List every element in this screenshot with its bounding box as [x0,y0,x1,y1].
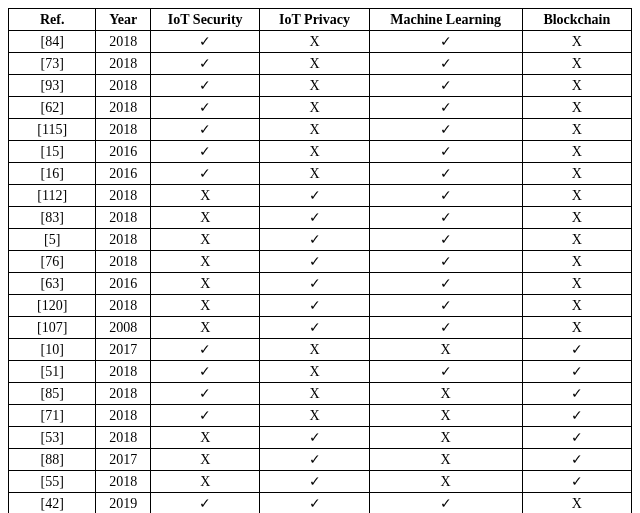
cell-year: 2018 [96,185,151,207]
cell-priv: X [260,97,369,119]
cell-ref: [73] [9,53,96,75]
cell-ref: [51] [9,361,96,383]
table-row: [71]2018✓XX✓ [9,405,632,427]
table-row: [15]2016✓X✓X [9,141,632,163]
comparison-table: Ref. Year IoT Security IoT Privacy Machi… [8,8,632,513]
cell-ref: [63] [9,273,96,295]
cell-sec: X [151,471,260,493]
cell-priv: ✓ [260,493,369,514]
cell-year: 2018 [96,119,151,141]
cell-bc: ✓ [522,471,631,493]
cell-year: 2018 [96,427,151,449]
cell-year: 2018 [96,383,151,405]
cell-priv: X [260,163,369,185]
table-row: [115]2018✓X✓X [9,119,632,141]
cell-bc: ✓ [522,339,631,361]
cell-year: 2016 [96,141,151,163]
cell-ml: ✓ [369,185,522,207]
table-row: [63]2016X✓✓X [9,273,632,295]
cell-year: 2018 [96,405,151,427]
cell-sec: X [151,207,260,229]
cell-ml: ✓ [369,141,522,163]
cell-ml: X [369,405,522,427]
table-row: [62]2018✓X✓X [9,97,632,119]
cell-priv: X [260,31,369,53]
cell-bc: X [522,317,631,339]
cell-ml: ✓ [369,229,522,251]
cell-ml: ✓ [369,75,522,97]
cell-ml: X [369,427,522,449]
cell-priv: X [260,339,369,361]
cell-bc: X [522,251,631,273]
col-bc: Blockchain [522,9,631,31]
cell-sec: ✓ [151,119,260,141]
cell-year: 2018 [96,295,151,317]
cell-bc: X [522,493,631,514]
cell-ref: [84] [9,31,96,53]
cell-year: 2018 [96,31,151,53]
cell-ref: [62] [9,97,96,119]
cell-ref: [120] [9,295,96,317]
cell-year: 2018 [96,229,151,251]
cell-sec: X [151,317,260,339]
table-row: [73]2018✓X✓X [9,53,632,75]
cell-ml: ✓ [369,273,522,295]
cell-year: 2018 [96,361,151,383]
cell-bc: X [522,207,631,229]
cell-priv: ✓ [260,427,369,449]
cell-bc: ✓ [522,427,631,449]
cell-sec: ✓ [151,31,260,53]
cell-sec: ✓ [151,493,260,514]
cell-ref: [42] [9,493,96,514]
cell-bc: ✓ [522,383,631,405]
cell-year: 2018 [96,207,151,229]
cell-year: 2017 [96,339,151,361]
cell-ml: X [369,339,522,361]
cell-priv: ✓ [260,229,369,251]
cell-ml: ✓ [369,493,522,514]
cell-year: 2018 [96,251,151,273]
cell-sec: ✓ [151,141,260,163]
table-header-row: Ref. Year IoT Security IoT Privacy Machi… [9,9,632,31]
cell-ml: X [369,383,522,405]
table-row: [112]2018X✓✓X [9,185,632,207]
cell-priv: X [260,361,369,383]
cell-sec: X [151,449,260,471]
table-row: [84]2018✓X✓X [9,31,632,53]
cell-bc: X [522,185,631,207]
cell-priv: X [260,119,369,141]
cell-priv: X [260,141,369,163]
cell-priv: ✓ [260,251,369,273]
cell-sec: X [151,229,260,251]
cell-priv: ✓ [260,449,369,471]
cell-ml: ✓ [369,119,522,141]
cell-year: 2019 [96,493,151,514]
cell-ml: ✓ [369,31,522,53]
cell-sec: ✓ [151,97,260,119]
cell-ref: [93] [9,75,96,97]
cell-ref: [5] [9,229,96,251]
cell-bc: X [522,141,631,163]
cell-priv: ✓ [260,185,369,207]
table-row: [85]2018✓XX✓ [9,383,632,405]
cell-bc: ✓ [522,449,631,471]
cell-sec: ✓ [151,163,260,185]
cell-sec: ✓ [151,361,260,383]
cell-bc: X [522,53,631,75]
col-ref: Ref. [9,9,96,31]
cell-ml: ✓ [369,97,522,119]
cell-sec: ✓ [151,405,260,427]
cell-year: 2017 [96,449,151,471]
cell-ref: [15] [9,141,96,163]
table-row: [93]2018✓X✓X [9,75,632,97]
table-row: [76]2018X✓✓X [9,251,632,273]
cell-ml: ✓ [369,295,522,317]
table-row: [107]2008X✓✓X [9,317,632,339]
cell-priv: ✓ [260,471,369,493]
cell-ref: [16] [9,163,96,185]
cell-year: 2016 [96,273,151,295]
cell-year: 2018 [96,97,151,119]
cell-ml: ✓ [369,53,522,75]
cell-priv: ✓ [260,207,369,229]
cell-ref: [88] [9,449,96,471]
